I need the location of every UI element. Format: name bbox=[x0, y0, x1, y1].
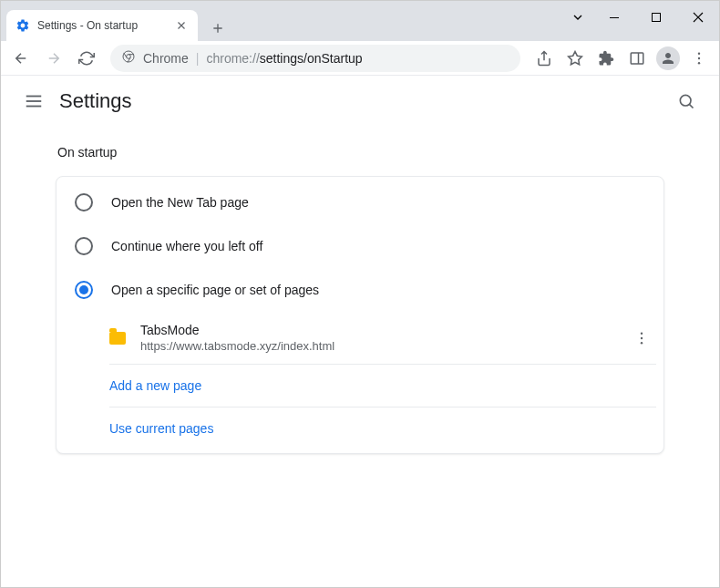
minimize-button[interactable] bbox=[593, 1, 635, 34]
svg-rect-1 bbox=[653, 14, 661, 22]
radio-new-tab[interactable]: Open the New Tab page bbox=[57, 181, 663, 224]
close-tab-icon[interactable] bbox=[174, 18, 189, 33]
svg-point-8 bbox=[698, 57, 700, 58]
chevron-down-icon[interactable] bbox=[562, 1, 593, 34]
use-current-pages-link[interactable]: Use current pages bbox=[109, 407, 656, 449]
content: PCrisk.com Settings On startup Open the … bbox=[1, 76, 719, 587]
svg-point-9 bbox=[698, 62, 700, 64]
radio-continue[interactable]: Continue where you left off bbox=[57, 224, 663, 268]
close-window-button[interactable] bbox=[677, 1, 719, 34]
svg-marker-4 bbox=[569, 51, 582, 64]
new-tab-button[interactable] bbox=[205, 15, 231, 41]
svg-point-15 bbox=[641, 332, 643, 334]
omnibox[interactable]: Chrome | chrome://settings/onStartup bbox=[110, 45, 520, 72]
app-header: Settings bbox=[1, 76, 719, 127]
browser-tab[interactable]: Settings - On startup bbox=[6, 10, 198, 41]
share-icon[interactable] bbox=[530, 44, 559, 73]
extensions-icon[interactable] bbox=[591, 44, 621, 73]
tab-strip: Settings - On startup bbox=[1, 1, 231, 41]
svg-rect-0 bbox=[610, 17, 619, 18]
hamburger-icon[interactable] bbox=[15, 83, 52, 119]
toolbar-right bbox=[530, 44, 714, 73]
chrome-icon bbox=[121, 49, 136, 67]
maximize-button[interactable] bbox=[635, 1, 677, 34]
more-options-icon[interactable] bbox=[627, 324, 656, 353]
toolbar: Chrome | chrome://settings/onStartup bbox=[1, 41, 719, 76]
radio-label: Continue where you left off bbox=[111, 239, 262, 253]
page-title: Settings bbox=[59, 89, 132, 113]
radio-label: Open a specific page or set of pages bbox=[111, 283, 319, 297]
profile-avatar[interactable] bbox=[653, 44, 683, 73]
url-text: Chrome | chrome://settings/onStartup bbox=[143, 51, 363, 66]
tab-title: Settings - On startup bbox=[37, 19, 167, 32]
forward-button[interactable] bbox=[39, 44, 68, 73]
search-icon[interactable] bbox=[668, 83, 705, 119]
svg-point-16 bbox=[641, 336, 643, 338]
add-new-page-link[interactable]: Add a new page bbox=[109, 365, 656, 407]
window-controls bbox=[562, 1, 719, 34]
titlebar: Settings - On startup bbox=[1, 1, 719, 41]
page-info: TabsMode https://www.tabsmode.xyz/index.… bbox=[140, 323, 612, 353]
menu-dots-icon[interactable] bbox=[684, 44, 714, 73]
startup-pages: TabsMode https://www.tabsmode.xyz/index.… bbox=[109, 312, 656, 449]
radio-icon bbox=[75, 237, 93, 255]
radio-icon bbox=[75, 281, 93, 299]
radio-icon bbox=[75, 193, 93, 211]
page-body: On startup Open the New Tab page Continu… bbox=[1, 145, 719, 454]
svg-point-7 bbox=[698, 52, 700, 54]
svg-rect-5 bbox=[631, 53, 643, 64]
startup-card: Open the New Tab page Continue where you… bbox=[56, 176, 664, 454]
folder-icon bbox=[109, 332, 126, 345]
svg-point-17 bbox=[641, 342, 643, 344]
svg-line-14 bbox=[689, 104, 693, 108]
radio-specific-page[interactable]: Open a specific page or set of pages bbox=[57, 268, 663, 312]
sidepanel-icon[interactable] bbox=[622, 44, 652, 73]
reload-button[interactable] bbox=[72, 44, 101, 73]
page-url: https://www.tabsmode.xyz/index.html bbox=[140, 339, 612, 353]
startup-page-entry: TabsMode https://www.tabsmode.xyz/index.… bbox=[109, 312, 656, 365]
page-name: TabsMode bbox=[140, 323, 612, 337]
bookmark-star-icon[interactable] bbox=[561, 44, 590, 73]
radio-label: Open the New Tab page bbox=[111, 195, 249, 210]
section-title: On startup bbox=[57, 145, 664, 160]
gear-icon bbox=[15, 18, 30, 33]
back-button[interactable] bbox=[6, 44, 36, 73]
svg-point-13 bbox=[680, 95, 691, 106]
